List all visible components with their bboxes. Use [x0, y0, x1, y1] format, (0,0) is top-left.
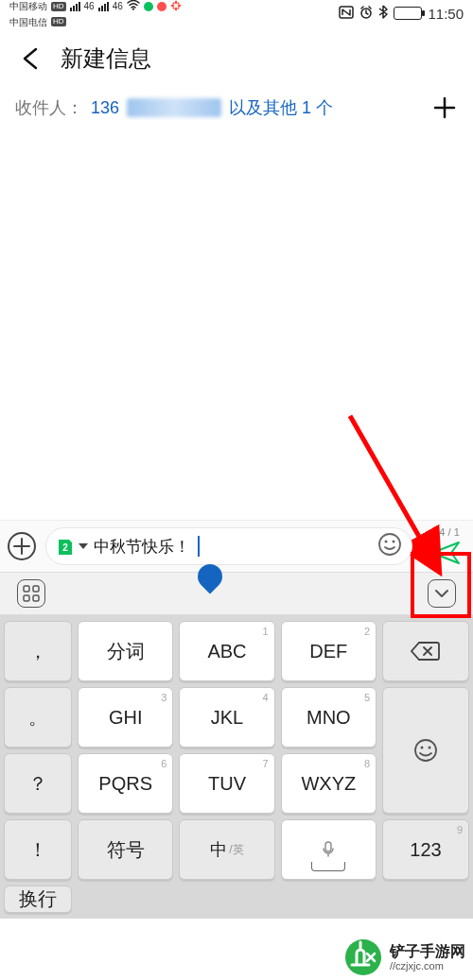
svg-rect-19: [33, 586, 39, 592]
svg-point-7: [172, 6, 175, 9]
recipient-suffix: 以及其他 1 个: [229, 96, 333, 119]
svg-point-6: [177, 1, 180, 4]
sim-selector-icon[interactable]: 2: [56, 538, 73, 555]
svg-point-2: [175, 7, 177, 10]
space-bar-icon: [311, 862, 345, 871]
svg-point-22: [415, 740, 436, 761]
message-area[interactable]: [0, 130, 473, 520]
key-numbers[interactable]: 1239: [382, 819, 469, 880]
alarm-icon: [359, 6, 373, 22]
keyboard-toolbar: [0, 572, 473, 615]
svg-point-5: [172, 1, 175, 4]
add-recipient-button[interactable]: [431, 95, 458, 121]
sig-label-2: 46: [113, 1, 123, 11]
watermark-logo-icon: [344, 938, 382, 976]
watermark-url: //czjxjc.com: [390, 960, 465, 971]
carrier-1: 中国移动: [9, 1, 47, 11]
key-language[interactable]: 中/英: [179, 819, 274, 880]
nfc-icon: [339, 6, 354, 22]
status-right: 11:50: [339, 5, 464, 22]
svg-rect-20: [24, 595, 29, 601]
watermark-name: 铲子手游网: [390, 943, 465, 960]
keyboard-apps-button[interactable]: [17, 579, 45, 608]
key-emoji[interactable]: [382, 687, 469, 814]
keyboard: ， 分词 ABC1 DEF2 。 GHI3 JKL4 MNO5 ？ PQRS6 …: [0, 615, 473, 919]
signal-icon-2: [98, 2, 109, 11]
clock-time: 11:50: [428, 6, 464, 22]
key-period[interactable]: 。: [4, 687, 72, 748]
message-text: 中秋节快乐！: [94, 536, 190, 558]
svg-point-16: [393, 541, 395, 543]
recipient-redacted: [127, 98, 221, 117]
hd-badge-2: HD: [51, 17, 66, 26]
bluetooth-icon: [378, 5, 388, 22]
notification-dot-icon: [157, 2, 166, 11]
wifi-icon: [127, 0, 140, 12]
svg-point-3: [170, 5, 174, 7]
key-symbols[interactable]: 符号: [78, 819, 173, 880]
battery-icon: [394, 7, 422, 20]
key-exclaim[interactable]: ！: [4, 819, 72, 880]
input-bar: 2 中秋节快乐！ 64 / 1: [0, 520, 473, 572]
key-wxyz[interactable]: WXYZ8: [281, 753, 377, 814]
svg-rect-25: [325, 842, 331, 851]
char-count: 64 / 1: [433, 526, 460, 538]
recipient-number: 136: [91, 98, 119, 118]
status-left: 中国移动 HD 46 46 中国电信 HD: [9, 0, 182, 27]
key-backspace[interactable]: [382, 621, 469, 681]
svg-point-4: [177, 5, 181, 7]
key-pqrs[interactable]: PQRS6: [78, 753, 173, 814]
sim-dropdown-icon[interactable]: [79, 543, 88, 549]
recipient-label: 收件人：: [15, 96, 83, 119]
key-enter[interactable]: 换行: [4, 885, 72, 913]
svg-point-15: [385, 541, 388, 543]
key-mno[interactable]: MNO5: [281, 687, 377, 748]
svg-point-1: [175, 0, 177, 4]
svg-point-23: [421, 747, 424, 749]
svg-point-14: [379, 534, 400, 555]
key-comma[interactable]: ，: [4, 621, 72, 681]
recipient-row[interactable]: 收件人： 136 以及其他 1 个: [0, 85, 473, 130]
carrier-2: 中国电信: [9, 17, 47, 27]
svg-point-24: [429, 747, 431, 749]
watermark: 铲子手游网 //czjxjc.com: [316, 933, 473, 980]
wechat-dot-icon: [144, 2, 153, 11]
annotation-highlight: [411, 552, 471, 618]
svg-text:2: 2: [62, 542, 68, 553]
signal-icon: [70, 2, 80, 11]
attach-button[interactable]: [6, 530, 38, 562]
emoji-button[interactable]: [377, 532, 402, 560]
key-segment[interactable]: 分词: [78, 621, 173, 681]
key-space[interactable]: [281, 819, 377, 880]
svg-rect-21: [33, 595, 39, 601]
message-input[interactable]: 2 中秋节快乐！: [45, 527, 412, 565]
page-title: 新建信息: [61, 43, 151, 74]
key-abc[interactable]: ABC1: [179, 621, 274, 681]
text-cursor: [198, 536, 200, 557]
hd-badge-1: HD: [51, 2, 66, 11]
huawei-icon: [170, 0, 182, 13]
key-tuv[interactable]: TUV7: [179, 753, 274, 814]
mic-icon: [322, 841, 335, 858]
key-jkl[interactable]: JKL4: [179, 687, 274, 748]
svg-point-8: [177, 6, 180, 9]
status-bar: 中国移动 HD 46 46 中国电信 HD 11:50: [0, 0, 473, 26]
key-def[interactable]: DEF2: [281, 621, 377, 681]
svg-point-0: [132, 9, 134, 10]
key-ghi[interactable]: GHI3: [78, 687, 173, 748]
back-button[interactable]: [17, 45, 44, 72]
header: 新建信息: [0, 26, 473, 85]
key-question[interactable]: ？: [4, 753, 72, 814]
sig-label-1: 46: [84, 1, 95, 11]
svg-rect-18: [24, 586, 29, 592]
